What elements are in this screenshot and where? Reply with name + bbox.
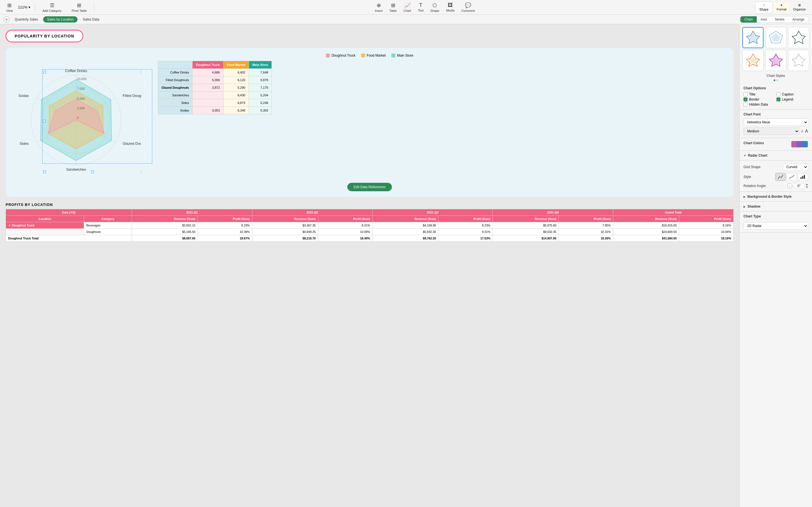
insert-icon: ⊕ (377, 2, 381, 8)
organize-button[interactable]: ⊞ Organize (790, 2, 809, 12)
svg-rect-30 (91, 171, 94, 173)
svg-text:Filled Doughnuts: Filled Doughnuts (123, 94, 141, 98)
shadow-collapse[interactable]: ▶ Shadow (740, 202, 812, 212)
hidden-data-checkbox[interactable] (744, 103, 748, 107)
add-tab-button[interactable]: + (3, 16, 10, 22)
caption-label: Caption (782, 93, 794, 96)
view-button[interactable]: ⊞ View (3, 1, 16, 13)
text-button[interactable]: T Text (415, 1, 426, 13)
chart-panel-tabs: Chart Axis Series Arrange (740, 16, 809, 23)
rotation-up[interactable]: ▲ (806, 183, 808, 186)
rotation-row: Rotation Angle: ▲ ▼ (744, 183, 808, 189)
shadow-collapse-arrow: ▶ (744, 205, 746, 208)
tab-sales-data[interactable]: Sales Data (79, 16, 103, 22)
chart-style-4[interactable] (742, 50, 763, 71)
rotation-stepper[interactable]: ▲ ▼ (806, 183, 808, 189)
caption-checkbox[interactable] (776, 93, 780, 96)
table-row: Sides 6,873 5,248 (158, 99, 272, 107)
pivot-table-button[interactable]: ⊞ Pivot Table (69, 1, 90, 13)
chart-style-5[interactable] (765, 50, 786, 71)
styles-pagination (740, 79, 812, 83)
hidden-data-checkbox-item[interactable]: Hidden Data (744, 103, 775, 107)
chart-tab-arrange[interactable]: Arrange (788, 16, 808, 22)
grid-shape-select[interactable]: Curved Polygon (783, 163, 808, 171)
colors-row: Chart Colors (744, 141, 808, 148)
svg-marker-37 (748, 56, 758, 65)
chart-legend: Doughnut Truck Food Market Main Store (11, 54, 728, 57)
style-label: Style (744, 175, 751, 179)
toolbar-right: ↑ Share ✦ Format ⊞ Organize (755, 1, 809, 13)
svg-text:Glazed Doughnuts: Glazed Doughnuts (123, 142, 141, 146)
right-panel: Chart Styles Chart Options Title Caption… (739, 24, 812, 507)
legend-checkbox[interactable]: ✓ (776, 98, 780, 101)
style-btn-1[interactable] (775, 173, 785, 181)
font-a-large: A (805, 129, 808, 134)
insert-button[interactable]: ⊕ Insert (372, 1, 386, 13)
zoom-control[interactable]: 111% ▾ (18, 5, 31, 9)
edit-data-references-button[interactable]: Edit Data References (347, 183, 392, 191)
chart-button[interactable]: 📈 Chart (401, 1, 414, 13)
legend-color-food (361, 54, 365, 57)
style-btn-2[interactable] (786, 173, 797, 181)
table-button[interactable]: ⊞ Table (387, 1, 400, 13)
organize-icon: ⊞ (798, 3, 801, 7)
svg-rect-26 (43, 171, 46, 173)
table-row: Coffee Drinks 4,686 6,402 7,648 (158, 69, 272, 76)
rotation-dot[interactable] (787, 183, 792, 188)
legend-label: Legend (782, 98, 794, 101)
profits-title: PROFITS BY LOCATION (6, 203, 733, 207)
chart-style-2[interactable] (765, 27, 786, 48)
rotation-down[interactable]: ▼ (806, 186, 808, 189)
border-checkbox-item[interactable]: ✓ Border (744, 98, 775, 101)
legend-label-food: Food Market (367, 54, 386, 57)
comment-icon: 💬 (465, 2, 471, 8)
styles-dot-2[interactable] (776, 79, 778, 81)
chart-tab-axis[interactable]: Axis (757, 16, 771, 22)
grid-shape-row: Grid Shape Curved Polygon (744, 163, 808, 171)
add-category-button[interactable]: ☰ Add Category (40, 1, 64, 13)
format-icon: ✦ (780, 3, 783, 7)
svg-text:Sodas: Sodas (18, 94, 29, 98)
tab-quarterly-sales[interactable]: Quarterly Sales (11, 16, 42, 22)
svg-marker-35 (792, 31, 805, 43)
border-checkbox[interactable]: ✓ (744, 98, 748, 101)
table-row: Glazed Doughnuts 3,872 5,290 7,170 (158, 84, 272, 92)
background-collapse[interactable]: ▶ Background & Border Style (740, 192, 812, 202)
comment-button[interactable]: 💬 Comment (458, 1, 477, 13)
svg-rect-24 (43, 71, 46, 73)
profits-table: Date (YQ) 2021-Q1 2021-Q2 2021-Q3 2021-Q… (6, 209, 733, 242)
styles-dot-1[interactable] (774, 79, 775, 81)
caption-checkbox-item[interactable]: Caption (776, 93, 808, 96)
profits-row: ▼ Doughnut Truck Beverages $3,502.158.29… (6, 222, 733, 229)
toolbar-divider (35, 3, 35, 11)
share-button[interactable]: ↑ Share (755, 1, 772, 13)
chart-style-6[interactable] (788, 50, 809, 71)
chart-font-section: Chart Font Helvetica Neue Medium A A (740, 110, 812, 138)
chart-style-3[interactable] (788, 27, 809, 48)
chart-styles-label: Chart Styles (740, 74, 812, 79)
format-button[interactable]: ✦ Format (774, 2, 790, 12)
title-checkbox[interactable] (744, 93, 748, 96)
col-header-doughnut: Doughnut Truck (193, 61, 223, 69)
chart-style-1[interactable] (742, 27, 763, 48)
font-family-select[interactable]: Helvetica Neue (744, 119, 808, 126)
media-button[interactable]: 🖼 Media (443, 1, 457, 13)
rotation-input[interactable] (794, 183, 805, 189)
chart-tab-series[interactable]: Series (771, 16, 788, 22)
tab-sales-by-location[interactable]: Sales by Location (43, 16, 78, 22)
color-swatch[interactable] (791, 141, 808, 148)
radar-chart-collapse[interactable]: ▼ Radar Chart (740, 151, 812, 161)
radar-chart-wrap[interactable]: 0 2,500 5,000 7,500 10,000 Coffee Drinks… (11, 61, 152, 180)
toolbar-left: ⊞ View 111% ▾ (3, 1, 31, 13)
radar-chart-svg: 0 2,500 5,000 7,500 10,000 Coffee Drinks… (11, 61, 141, 179)
chart-type-select[interactable]: 2D Radar 3D Radar (744, 222, 808, 230)
chart-type-title: Chart Type (744, 214, 808, 218)
style-btn-3[interactable] (798, 173, 808, 181)
svg-rect-40 (801, 177, 802, 179)
font-size-select[interactable]: Medium (744, 128, 799, 135)
shape-button[interactable]: ⬠ Shape (427, 1, 442, 13)
chart-tab-chart[interactable]: Chart (741, 16, 756, 22)
legend-checkbox-item[interactable]: ✓ Legend (776, 98, 808, 101)
title-checkbox-item[interactable]: Title (744, 93, 775, 96)
media-icon: 🖼 (448, 2, 453, 8)
